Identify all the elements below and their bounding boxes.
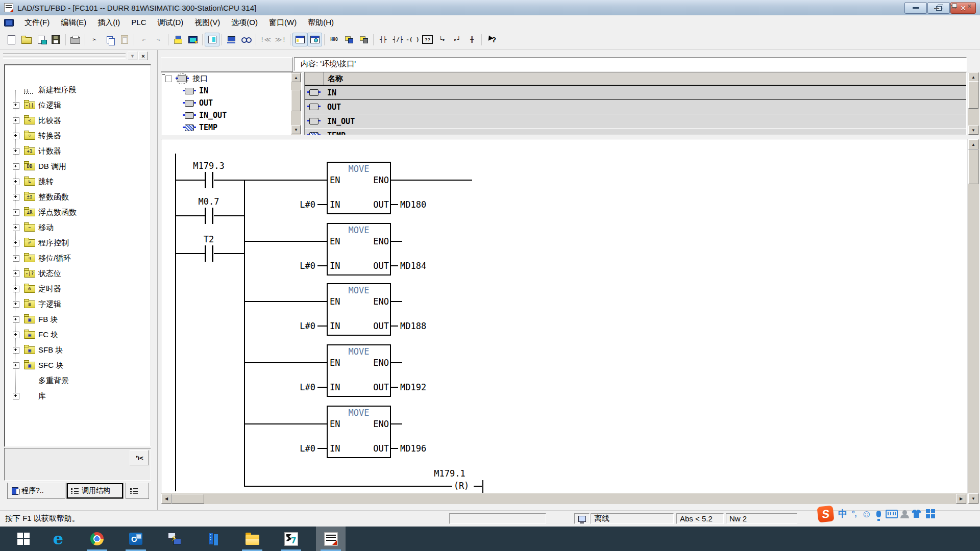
expand-icon[interactable] (13, 316, 19, 323)
palette-item-4[interactable]: ▽转换器 (5, 128, 151, 143)
taskbar-lad-editor-icon[interactable] (316, 527, 346, 551)
interface-table-row-TEMP[interactable]: TEMP (305, 129, 966, 135)
context-help-button[interactable]: ? (484, 33, 499, 46)
expand-icon[interactable] (13, 286, 19, 292)
expand-icon[interactable] (13, 255, 19, 262)
minimize-button[interactable] (904, 2, 927, 14)
menu-item-7[interactable]: 选项(O) (226, 16, 263, 29)
interface-tree-root[interactable]: 接口 (161, 72, 302, 85)
palette-item-18[interactable]: ▣SFB 块 (5, 342, 151, 358)
overview-button[interactable]: ↰< (130, 450, 149, 465)
palette-item-14[interactable]: ⊙定时器 (5, 281, 151, 296)
expand-icon[interactable] (13, 270, 19, 277)
reset-coil[interactable]: (R) (445, 481, 478, 491)
palette-item-5[interactable]: +1计数器 (5, 143, 151, 159)
taskbar-simatic-manager-icon[interactable] (199, 527, 228, 551)
ladder-horizontal-scrollbar[interactable]: ◀ ▶ (161, 493, 967, 504)
taskbar-start-icon[interactable] (9, 527, 38, 551)
input-operand[interactable]: L#0 (281, 382, 315, 392)
palette-item-15[interactable]: ≡字逻辑 (5, 296, 151, 312)
contact-M0.7[interactable] (212, 208, 213, 224)
menu-item-1[interactable]: 文件(F) (19, 16, 55, 29)
ladder-vertical-scrollbar[interactable]: ▲ ▼ (968, 139, 979, 504)
menu-item-3[interactable]: 插入(I) (92, 16, 126, 29)
output-operand[interactable]: MD184 (400, 261, 456, 271)
palette-item-16[interactable]: ▣FB 块 (5, 312, 151, 327)
taskbar-step7-icon[interactable] (276, 527, 306, 551)
menu-item-5[interactable]: 调试(D) (152, 16, 189, 29)
network-on-button[interactable] (341, 33, 356, 46)
insert-branch-button[interactable]: ╫ (464, 33, 479, 46)
scroll-up-icon[interactable]: ▲ (968, 72, 978, 82)
palette-item-21[interactable]: 库 (5, 388, 151, 404)
menu-item-8[interactable]: 窗口(W) (263, 16, 302, 29)
copy-button[interactable] (102, 33, 117, 46)
open-branch-button[interactable]: └▸ (435, 33, 450, 46)
palette-gripper[interactable] (3, 53, 126, 59)
insert-coil-button[interactable]: -( ) (405, 33, 420, 46)
scroll-up-icon[interactable]: ▲ (291, 73, 301, 82)
palette-item-6[interactable]: DBDB 调用 (5, 159, 151, 174)
output-operand[interactable]: MD188 (400, 321, 456, 331)
monitor-variable-button[interactable] (185, 33, 200, 46)
mdi-restore-button[interactable] (947, 1, 959, 11)
expand-icon[interactable] (13, 301, 19, 308)
palette-item-17[interactable]: ▣FC 块 (5, 327, 151, 342)
interface-tree-item-IN[interactable]: IN (161, 85, 302, 97)
view-overview-button[interactable] (307, 33, 322, 46)
insert-contact-no-button[interactable]: ┤├ (376, 33, 390, 46)
contact-M0.7[interactable] (205, 208, 206, 224)
expand-icon[interactable] (13, 133, 19, 139)
menu-item-4[interactable]: PLC (126, 16, 152, 29)
expand-icon[interactable] (13, 332, 19, 338)
input-operand[interactable]: L#0 (281, 199, 315, 210)
tab-程序?..[interactable]: 程序?.. (7, 483, 65, 499)
scroll-down-icon[interactable]: ▼ (291, 125, 301, 134)
emoji-icon[interactable]: ☺ (862, 508, 872, 520)
view-program-elements-button[interactable] (292, 33, 307, 46)
interface-tree-item-TEMP[interactable]: TEMP (161, 121, 302, 134)
palette-item-13[interactable]: -|?状态位 (5, 266, 151, 281)
symbolic-representation-button[interactable] (205, 33, 219, 46)
toolbox-icon[interactable] (926, 509, 930, 513)
interface-table-row-OUT[interactable]: OUT (305, 100, 966, 114)
collapse-icon[interactable] (165, 76, 172, 82)
monitor-button[interactable] (239, 33, 254, 46)
taskbar-edge-icon[interactable]: e (43, 527, 73, 551)
taskbar-outlook-icon[interactable]: O (121, 527, 151, 551)
palette-item-7[interactable]: ↳跳转 (5, 174, 151, 189)
scroll-down-icon[interactable]: ▼ (968, 493, 978, 504)
expand-icon[interactable] (13, 240, 19, 246)
expand-icon[interactable] (13, 102, 19, 109)
tab-调用结构[interactable]: 调用结构 (66, 483, 124, 499)
palette-item-11[interactable]: ↱程序控制 (5, 235, 151, 251)
palette-item-8[interactable]: ±I整数函数 (5, 189, 151, 205)
scroll-up-icon[interactable]: ▲ (968, 139, 978, 149)
microphone-icon[interactable] (876, 511, 881, 517)
contact-T2[interactable] (212, 245, 213, 262)
expand-icon[interactable] (13, 148, 19, 155)
palette-item-19[interactable]: ▣SFC 块 (5, 358, 151, 373)
expand-icon[interactable] (13, 179, 19, 185)
menu-item-2[interactable]: 编辑(E) (55, 16, 92, 29)
punctuation-icon[interactable]: °, (852, 510, 857, 518)
mdi-close-button[interactable]: × (964, 1, 975, 11)
interface-table-scrollbar[interactable]: ▲ ▼ (968, 72, 979, 135)
contact-T2[interactable] (205, 245, 206, 262)
palette-item-10[interactable]: ~移动 (5, 220, 151, 235)
interface-tree-scrollbar[interactable]: ▲ ▼ (291, 72, 301, 135)
scroll-left-icon[interactable]: ◀ (161, 494, 172, 504)
mdi-minimize-button[interactable] (931, 1, 942, 11)
input-operand[interactable]: L#0 (281, 321, 315, 331)
palette-item-9[interactable]: ±R浮点数函数 (5, 205, 151, 220)
expand-icon[interactable] (13, 117, 19, 124)
scroll-down-icon[interactable]: ▼ (968, 126, 978, 135)
expand-icon[interactable] (13, 194, 19, 201)
sogou-logo-icon[interactable]: S (817, 505, 834, 522)
save-settings-button[interactable] (34, 33, 48, 46)
taskbar-chrome-icon[interactable] (82, 527, 112, 551)
palette-item-1[interactable]: ⊦⊦新建程序段 (5, 82, 151, 97)
save-button[interactable] (48, 33, 63, 46)
ime-chinese-mode-icon[interactable]: 中 (838, 508, 847, 520)
contact-M179.3[interactable] (205, 172, 206, 188)
